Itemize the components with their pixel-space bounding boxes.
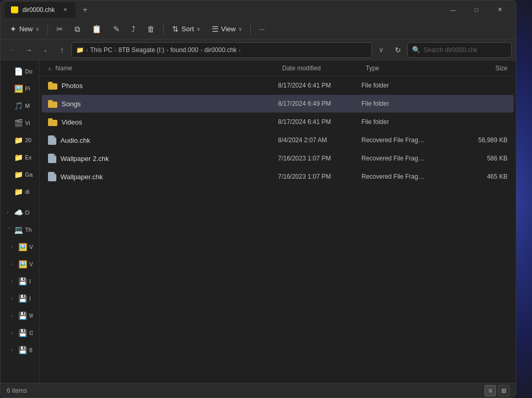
breadcrumb-home-icon: 📁 bbox=[76, 46, 84, 54]
sidebar-ga-label: Ga bbox=[25, 171, 33, 178]
detail-view-button[interactable]: ⊞ bbox=[498, 385, 510, 396]
expand-thispc-icon: › bbox=[7, 227, 12, 232]
sort-label: Sort bbox=[182, 25, 194, 33]
more-button[interactable]: ··· bbox=[254, 21, 270, 38]
file-icon bbox=[48, 172, 56, 181]
tab-close-button[interactable]: ✕ bbox=[61, 6, 69, 14]
toolbar-sep-3 bbox=[250, 24, 251, 34]
sidebar-item-ex[interactable]: 📁 Ex bbox=[3, 149, 37, 166]
expand-onedrive-icon: › bbox=[7, 210, 12, 215]
sidebar-item-8[interactable]: › 💾 8 bbox=[3, 342, 37, 358]
col-date-header[interactable]: Date modified bbox=[280, 65, 364, 72]
sidebar-item-20[interactable]: 📁 20 bbox=[3, 132, 37, 148]
sidebar-item-i2[interactable]: › 💾 I bbox=[3, 290, 37, 307]
breadcrumb[interactable]: 📁 › This PC › 8TB Seagate (I:) › found.0… bbox=[71, 42, 372, 58]
list-view-button[interactable]: ≡ bbox=[485, 385, 496, 396]
sidebar-th-label: Th bbox=[25, 227, 32, 233]
main-content: 📄 Do 🖼️ Pi 🎵 M 🎬 Vi 📁 20 bbox=[1, 60, 516, 383]
file-name: Photos bbox=[62, 82, 82, 90]
breadcrumb-found[interactable]: found.000 bbox=[171, 46, 198, 54]
file-date: 7/16/2023 1:07 PM bbox=[278, 155, 361, 162]
folder-icon bbox=[48, 100, 57, 108]
sidebar-item-ga[interactable]: 📁 Ga bbox=[3, 166, 37, 183]
sidebar-cloud-icon: ☁️ bbox=[14, 208, 23, 217]
cut-button[interactable]: ✂ bbox=[51, 21, 68, 38]
col-size-header[interactable]: Size bbox=[457, 65, 510, 72]
forward-button[interactable]: → bbox=[21, 43, 36, 57]
file-name-cell: Videos bbox=[48, 118, 278, 126]
expand-w-icon: › bbox=[11, 313, 16, 318]
search-input[interactable] bbox=[424, 46, 507, 54]
view-icon: ☰ bbox=[212, 24, 219, 34]
paste-icon: 📋 bbox=[92, 24, 102, 34]
sidebar-item-onedrive[interactable]: › ☁️ O bbox=[3, 204, 37, 221]
sidebar-item-do[interactable]: 📄 Do bbox=[3, 63, 37, 80]
breadcrumb-this-pc[interactable]: This PC bbox=[90, 46, 113, 54]
minimize-button[interactable]: — bbox=[441, 1, 465, 19]
toolbar: ✦ New ∨ ✂ ⧉ 📋 ✎ ⤴ 🗑 ⇅ Sort ∨ ☰ bbox=[1, 19, 516, 40]
tab-title: dir0000.chk bbox=[22, 6, 55, 14]
sidebar-20-icon: 📁 bbox=[14, 136, 23, 144]
sidebar-item-w[interactable]: › 💾 W bbox=[3, 307, 37, 324]
refresh-button[interactable]: ↻ bbox=[391, 43, 405, 57]
up-button[interactable]: ↑ bbox=[55, 43, 69, 57]
refresh-icon: ↻ bbox=[395, 46, 401, 54]
back-button[interactable]: ← bbox=[5, 43, 19, 57]
copy-button[interactable]: ⧉ bbox=[69, 21, 86, 38]
sidebar-v1-icon: 🖼️ bbox=[18, 243, 27, 251]
maximize-button[interactable]: □ bbox=[465, 1, 488, 19]
close-button[interactable]: ✕ bbox=[488, 1, 512, 19]
sidebar-item-v2[interactable]: › 🖼️ V bbox=[3, 256, 37, 272]
table-row[interactable]: Videos 8/17/2024 6:41 PM File folder bbox=[42, 113, 514, 131]
sidebar-item-vi[interactable]: 🎬 Vi bbox=[3, 115, 37, 131]
recent-button[interactable]: ⌄ bbox=[38, 43, 53, 57]
rename-button[interactable]: ✎ bbox=[108, 21, 125, 38]
col-name-header[interactable]: ∧ Name bbox=[46, 65, 280, 72]
breadcrumb-dir[interactable]: dir0000.chk bbox=[204, 46, 237, 54]
table-row[interactable]: Wallpaper 2.chk 7/16/2023 1:07 PM Recove… bbox=[42, 150, 514, 167]
sidebar-item-i1[interactable]: › 💾 I bbox=[3, 273, 37, 290]
window-tab[interactable]: dir0000.chk ✕ bbox=[5, 2, 76, 18]
sidebar-item-v1[interactable]: › 🖼️ V bbox=[3, 239, 37, 255]
table-row[interactable]: Wallpaper.chk 7/16/2023 1:07 PM Recovere… bbox=[42, 168, 514, 185]
sidebar-w-label: W bbox=[29, 313, 33, 319]
sidebar-i1-icon: 💾 bbox=[18, 277, 27, 285]
file-name: Songs bbox=[62, 100, 81, 108]
list-view-icon: ≡ bbox=[488, 387, 492, 394]
view-toggle: ≡ ⊞ bbox=[485, 385, 510, 396]
share-button[interactable]: ⤴ bbox=[126, 21, 141, 38]
search-box[interactable]: 🔍 bbox=[407, 42, 512, 58]
file-date: 8/17/2024 6:49 PM bbox=[278, 100, 361, 107]
toolbar-sep-2 bbox=[163, 24, 164, 34]
sidebar-i2-icon: 💾 bbox=[18, 294, 27, 303]
sidebar-w-icon: 💾 bbox=[18, 312, 27, 320]
new-tab-button[interactable]: + bbox=[79, 4, 91, 16]
folder-icon bbox=[48, 82, 57, 90]
table-row[interactable]: Audio.chk 8/4/2024 2:07 AM Recovered Fil… bbox=[42, 131, 514, 149]
sidebar-music-icon: 🎵 bbox=[14, 102, 23, 110]
sidebar-item-di[interactable]: 📁 di bbox=[3, 183, 37, 200]
address-dropdown-button[interactable]: ∨ bbox=[374, 43, 389, 57]
sidebar-m-label: M bbox=[25, 103, 30, 109]
sidebar-ex-label: Ex bbox=[25, 154, 32, 160]
sidebar-item-g[interactable]: › 💾 G bbox=[3, 325, 37, 341]
sidebar-item-pi[interactable]: 🖼️ Pi bbox=[3, 80, 37, 97]
sort-button[interactable]: ⇅ Sort ∨ bbox=[167, 21, 205, 38]
paste-button[interactable]: 📋 bbox=[87, 21, 107, 38]
rename-icon: ✎ bbox=[113, 24, 120, 34]
delete-button[interactable]: 🗑 bbox=[142, 21, 160, 38]
view-button[interactable]: ☰ View ∨ bbox=[207, 21, 247, 38]
breadcrumb-drive[interactable]: 8TB Seagate (I:) bbox=[118, 46, 164, 54]
file-name: Wallpaper 2.chk bbox=[61, 155, 109, 163]
table-row[interactable]: Songs 8/17/2024 6:49 PM File folder bbox=[42, 95, 514, 113]
sidebar-do-label: Do bbox=[25, 68, 32, 74]
sidebar-pic-icon: 🖼️ bbox=[14, 84, 23, 93]
col-type-header[interactable]: Type bbox=[364, 65, 457, 72]
new-button[interactable]: ✦ New ∨ bbox=[5, 21, 44, 38]
sidebar-item-m[interactable]: 🎵 M bbox=[3, 97, 37, 114]
file-rows-container: Photos 8/17/2024 6:41 PM File folder Son… bbox=[40, 77, 516, 185]
table-row[interactable]: Photos 8/17/2024 6:41 PM File folder bbox=[42, 77, 514, 94]
file-date: 8/17/2024 6:41 PM bbox=[278, 118, 361, 126]
sidebar-item-this-pc[interactable]: › 💻 Th bbox=[3, 221, 37, 238]
sidebar-pi-label: Pi bbox=[25, 85, 30, 92]
